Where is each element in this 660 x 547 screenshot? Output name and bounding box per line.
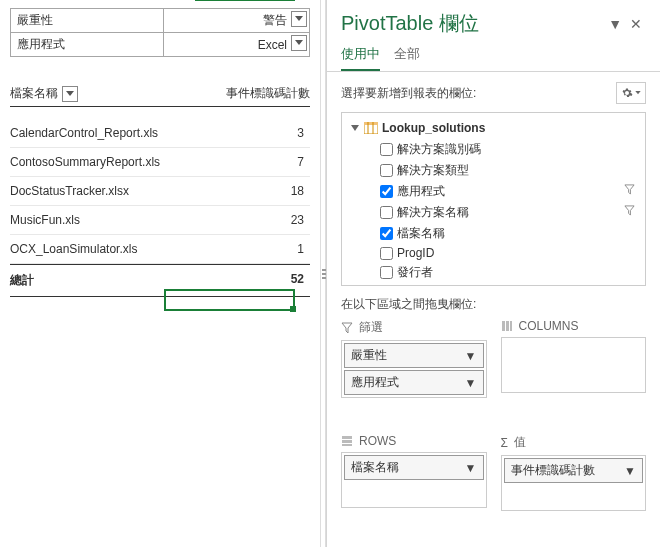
total-value: 52 [176,272,310,289]
row-label: OCX_LoanSimulator.xls [10,242,176,256]
field-checkbox[interactable] [380,143,393,156]
area-field-item[interactable]: 應用程式▼ [344,370,484,395]
total-label: 總計 [10,272,176,289]
funnel-icon [341,322,353,334]
field-checkbox[interactable] [380,185,393,198]
field-checkbox[interactable] [380,227,393,240]
field-checkbox[interactable] [380,206,393,219]
pivot-column-headers: 檔案名稱 事件標識碼計數 [10,85,310,107]
filter-value-cell[interactable]: 警告 [163,9,309,33]
filter-label: 嚴重性 [11,9,164,33]
table-node[interactable]: Lookup_solutions [350,121,637,135]
values-area[interactable]: Σ 值 事件標識碼計數▼ [501,434,647,537]
choose-fields-label: 選擇要新增到報表的欄位: [341,85,616,102]
gear-icon [621,87,633,99]
field-checkbox[interactable] [380,164,393,177]
field-list[interactable]: Lookup_solutions 解決方案識別碼解決方案類型應用程式解決方案名稱… [341,112,646,286]
field-label: 解決方案類型 [397,162,469,179]
field-item[interactable]: 發行者 [380,262,637,283]
row-label: ContosoSummaryReport.xls [10,155,176,169]
funnel-icon[interactable] [624,205,635,219]
field-checkbox[interactable] [380,266,393,279]
panel-title: PivotTable 欄位 [341,10,604,37]
rows-icon [341,435,353,447]
drag-areas-label: 在以下區域之間拖曳欄位: [327,286,660,319]
row-field-dropdown-icon[interactable] [62,86,78,102]
field-item[interactable]: 檔案名稱 [380,223,637,244]
table-icon [364,122,378,134]
pivot-field-list-panel: PivotTable 欄位 ▼ ✕ 使用中 全部 選擇要新增到報表的欄位: Lo… [326,0,660,547]
svg-rect-8 [342,440,352,443]
close-icon[interactable]: ✕ [626,14,646,34]
table-name: Lookup_solutions [382,121,485,135]
tab-all-fields[interactable]: 全部 [394,39,420,71]
pivot-grand-total-row: 總計 52 [10,264,310,297]
pivot-data-row[interactable]: ContosoSummaryReport.xls7 [10,148,310,177]
pivot-data-row[interactable]: DocStatusTracker.xlsx18 [10,177,310,206]
columns-icon [501,320,513,332]
columns-area[interactable]: COLUMNS [501,319,647,424]
area-field-item[interactable]: 嚴重性▼ [344,343,484,368]
svg-rect-6 [510,321,512,331]
collapse-icon [350,123,360,133]
panel-dropdown-icon[interactable]: ▼ [604,14,626,34]
area-field-item[interactable]: 事件標識碼計數▼ [504,458,644,483]
field-checkbox[interactable] [380,247,393,260]
field-label: 解決方案識別碼 [397,141,481,158]
field-item[interactable]: ProgID [380,244,637,262]
filter-dropdown-icon[interactable] [291,35,307,51]
column-selection-indicator [195,0,295,1]
field-label: 發行者 [397,264,433,281]
field-label: 檔案名稱 [397,225,445,242]
row-label: DocStatusTracker.xlsx [10,184,176,198]
field-item[interactable]: 解決方案類型 [380,160,637,181]
pivot-data-row[interactable]: OCX_LoanSimulator.xls1 [10,235,310,264]
row-value: 1 [176,242,310,256]
chevron-down-icon[interactable]: ▼ [465,461,477,475]
field-label: ProgID [397,246,434,260]
pivot-data-row[interactable]: CalendarControl_Report.xls3 [10,119,310,148]
field-list-options-button[interactable] [616,82,646,104]
row-value: 7 [176,155,310,169]
row-label: MusicFun.xls [10,213,176,227]
chevron-down-icon [635,91,641,95]
sigma-icon: Σ [501,436,508,450]
pivot-table-area: 嚴重性 警告 應用程式 Excel 檔案名稱 事件標識 [0,0,320,547]
svg-rect-4 [502,321,505,331]
svg-rect-9 [342,444,352,446]
filter-row: 嚴重性 警告 [11,9,310,33]
area-field-item[interactable]: 檔案名稱▼ [344,455,484,480]
row-label: CalendarControl_Report.xls [10,126,176,140]
field-item[interactable]: 解決方案識別碼 [380,139,637,160]
row-value: 18 [176,184,310,198]
field-label: 解決方案名稱 [397,204,469,221]
chevron-down-icon[interactable]: ▼ [624,464,636,478]
row-value: 23 [176,213,310,227]
svg-rect-5 [506,321,509,331]
field-label: 應用程式 [397,183,445,200]
pivot-data-row[interactable]: MusicFun.xls23 [10,206,310,235]
rows-area[interactable]: ROWS 檔案名稱▼ [341,434,487,537]
filter-dropdown-icon[interactable] [291,11,307,27]
field-item[interactable]: 應用程式 [380,181,637,202]
value-field-header: 事件標識碼計數 [180,85,310,106]
chevron-down-icon[interactable]: ▼ [465,349,477,363]
filter-row: 應用程式 Excel [11,33,310,57]
filter-value-cell[interactable]: Excel [163,33,309,57]
field-item[interactable]: 解決方案名稱 [380,202,637,223]
filter-label: 應用程式 [11,33,164,57]
funnel-icon[interactable] [624,184,635,198]
row-field-header: 檔案名稱 [10,85,58,102]
svg-rect-7 [342,436,352,439]
svg-rect-1 [364,122,378,125]
chevron-down-icon[interactable]: ▼ [465,376,477,390]
report-filters: 嚴重性 警告 應用程式 Excel [10,8,310,57]
filters-area[interactable]: 篩選 嚴重性▼應用程式▼ [341,319,487,424]
row-value: 3 [176,126,310,140]
tab-active-fields[interactable]: 使用中 [341,39,380,71]
